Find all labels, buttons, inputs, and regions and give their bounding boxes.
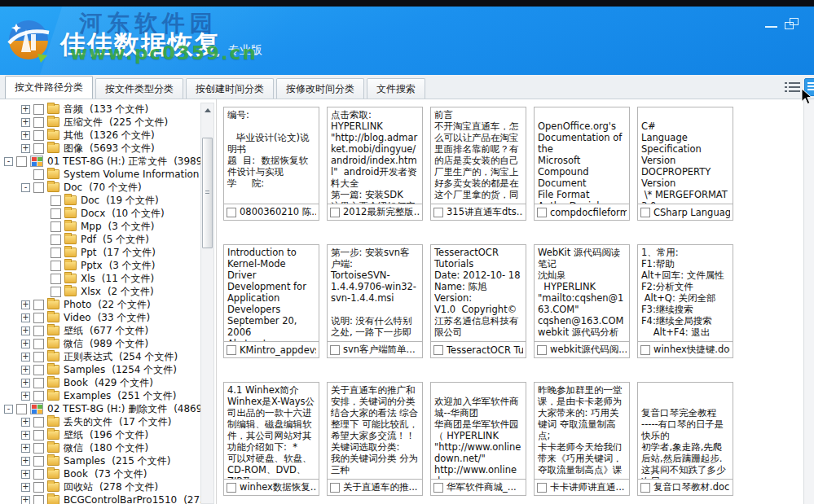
file-card[interactable]: 第一步: 安装svn客户端: TortoiseSVN-1.4.4.9706-wi… (327, 244, 423, 358)
tree-item[interactable]: - 02 TEST-8G (H:) 删除文件 (4869 个文 (0, 402, 200, 415)
tree-item-checkbox[interactable] (33, 482, 44, 493)
tree-item[interactable]: + 丢失的文件 (17 个文件) (0, 415, 200, 428)
expander-icon[interactable]: + (21, 457, 30, 466)
file-checkbox[interactable] (433, 208, 443, 217)
tree-item[interactable]: + BCGControlBarPro1510 (2737 个 (0, 493, 200, 504)
expander-icon[interactable]: + (21, 392, 30, 401)
file-checkbox[interactable] (227, 208, 236, 217)
expander-icon[interactable]: + (21, 483, 30, 492)
expander-icon[interactable]: - (4, 157, 13, 166)
tree-item[interactable]: + 图像 (5693 个文件) (0, 142, 200, 155)
expander-icon[interactable]: + (21, 496, 30, 504)
expander-icon[interactable]: + (21, 353, 30, 362)
file-card[interactable]: 前言 不开淘宝直通车，怎么可以让产品在淘宝里面排名靠前呢？有的店是卖女装的自己厂… (430, 107, 526, 221)
tree-item[interactable]: Docx (10 个文件) (0, 207, 200, 220)
file-card[interactable]: 关于直通车的推广和安排，关键词的分类结合大家的看法 综合整理下 可能比较乱，希望… (327, 382, 423, 496)
tree-item[interactable]: + 正则表达式 (254 个文件) (0, 350, 200, 363)
file-card[interactable]: 复音口琴完全教程 -----有口琴的日子是快乐的 初学者,象走路,先爬后站,然后… (637, 382, 733, 496)
file-checkbox[interactable] (330, 208, 340, 217)
file-card[interactable]: 4.1 Winhex简介 Winhex是X-Ways公司出品的一款十六进制编辑、… (223, 382, 319, 496)
tree-item[interactable]: Mpp (3 个文件) (0, 220, 200, 233)
tree-item-checkbox[interactable] (51, 208, 61, 219)
tree-item-checkbox[interactable] (33, 495, 44, 504)
tree-item[interactable]: + 音频 (133 个文件) (0, 103, 200, 116)
file-checkbox[interactable] (537, 345, 547, 355)
grid-view-button[interactable] (804, 78, 814, 96)
tree-item-checkbox[interactable] (33, 443, 44, 454)
tree-item[interactable]: Ppt (17 个文件) (0, 246, 200, 259)
file-checkbox[interactable] (640, 483, 650, 493)
tree-item[interactable]: Xlsx (2 个文件) (0, 285, 200, 298)
file-checkbox[interactable] (537, 483, 547, 493)
file-card[interactable]: 编号: 毕业设计(论文)说明书 题 目: 数据恢复软件设计与实现 学 院: 08… (223, 107, 319, 221)
tree-item-checkbox[interactable] (33, 130, 44, 141)
tree-item-checkbox[interactable] (33, 456, 44, 467)
expander-icon[interactable]: + (21, 131, 30, 140)
scroll-up-button[interactable] (201, 103, 213, 116)
tree-item[interactable]: + Examples (251 个文件) (0, 389, 200, 402)
cards-scrollbar[interactable] (803, 99, 814, 504)
tab-file-search[interactable]: 文件搜索 (367, 78, 425, 99)
minimize-button[interactable] (764, 18, 779, 29)
file-card[interactable]: 1、常用: F1:帮助 Alt+回车: 文件属性 F2:分析文件 Alt+Q: … (637, 244, 733, 358)
tree-item[interactable]: + 其他 (1326 个文件) (0, 129, 200, 142)
tree-item[interactable]: + 微信 (180 个文件) (0, 441, 200, 454)
expander-icon[interactable]: + (21, 366, 30, 375)
tree-item[interactable]: Xls (11 个文件) (0, 272, 200, 285)
expander-icon[interactable]: + (21, 144, 30, 153)
file-card[interactable]: C# Language Specification Version DOCPRO… (637, 107, 733, 221)
tree-item-checkbox[interactable] (16, 404, 27, 414)
file-checkbox[interactable] (640, 208, 650, 217)
tree-item[interactable]: Pdf (5 个文件) (0, 233, 200, 246)
tree-item-checkbox[interactable] (51, 261, 61, 271)
tree-item-checkbox[interactable] (33, 104, 44, 115)
file-checkbox[interactable] (227, 483, 236, 493)
tree-item-checkbox[interactable] (33, 391, 44, 401)
tree-item[interactable]: + Video (33 个文件) (0, 311, 200, 324)
tree-item-checkbox[interactable] (33, 378, 44, 388)
tree-scrollbar-thumb[interactable] (202, 138, 213, 248)
file-card[interactable]: 点击索取: HYPERLINK "http://blog.admarket.mo… (327, 107, 423, 221)
tree-item-checkbox[interactable] (51, 248, 61, 258)
tree-item-checkbox[interactable] (33, 117, 44, 128)
tree-item[interactable]: - Doc (70 个文件) (0, 181, 200, 194)
file-card[interactable]: 昨晚参加群里的一堂课，是由卡卡老师为大家带来的: 巧用关键词 夺取流量制高点; … (534, 382, 630, 496)
tree-item-checkbox[interactable] (51, 195, 61, 206)
expander-icon[interactable]: + (21, 118, 30, 127)
tree-item-checkbox[interactable] (33, 339, 44, 349)
tree-item[interactable]: + 壁纸 (196 个文件) (0, 428, 200, 441)
tree-item-checkbox[interactable] (33, 430, 44, 440)
tree-item-checkbox[interactable] (33, 300, 44, 310)
file-card[interactable]: OpenOffice.org's Documentation of the Mi… (534, 107, 630, 221)
tree-item-checkbox[interactable] (33, 182, 44, 193)
tree-item[interactable]: + 壁纸 (677 个文件) (0, 324, 200, 337)
tree-item-checkbox[interactable] (33, 326, 44, 336)
tab-by-modify-time[interactable]: 按修改时间分类 (276, 78, 364, 99)
tree-item-checkbox[interactable] (33, 143, 44, 154)
tab-by-file-path[interactable]: 按文件路径分类 (5, 76, 93, 99)
tree-item-checkbox[interactable] (33, 169, 44, 180)
file-checkbox[interactable] (433, 483, 443, 493)
file-checkbox[interactable] (330, 483, 340, 493)
expander-icon[interactable]: + (21, 444, 30, 453)
tree-item[interactable]: + Photo (22 个文件) (0, 298, 200, 311)
expander-icon[interactable]: + (21, 431, 30, 440)
tree-item[interactable]: Pptx (3 个文件) (0, 259, 200, 272)
tree-item[interactable]: + Samples (215 个文件) (0, 454, 200, 467)
file-card[interactable]: WebKit 源代码阅读笔记 沈灿泉 HYPERLINK "mailto:cqs… (534, 244, 630, 358)
expander-icon[interactable]: - (21, 183, 30, 192)
expander-icon[interactable]: - (4, 405, 13, 414)
expander-icon[interactable]: + (21, 340, 30, 348)
tree-item-checkbox[interactable] (51, 234, 61, 245)
file-checkbox[interactable] (227, 345, 236, 355)
tree-item[interactable]: + Book (73 个文件) (0, 467, 200, 480)
expander-icon[interactable]: + (21, 470, 30, 479)
file-checkbox[interactable] (640, 345, 650, 355)
tree-item-checkbox[interactable] (33, 365, 44, 375)
tree-item[interactable]: + Samples (1254 个文件) (0, 363, 200, 376)
tab-by-create-time[interactable]: 按创建时间分类 (186, 78, 274, 99)
tree-item-checkbox[interactable] (33, 313, 44, 323)
tree-item[interactable]: + 微信 (989 个文件) (0, 337, 200, 350)
file-checkbox[interactable] (537, 208, 547, 217)
file-checkbox[interactable] (330, 345, 340, 355)
